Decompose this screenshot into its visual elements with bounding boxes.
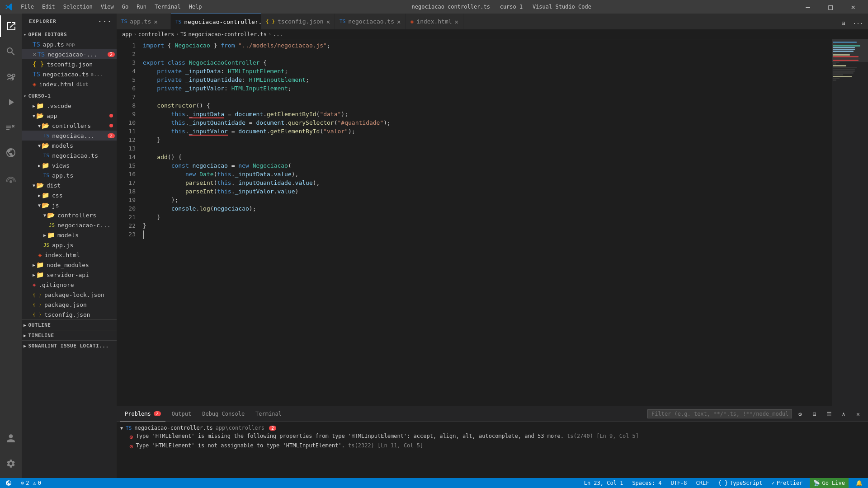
tab-close-icon[interactable]: ✕ xyxy=(455,18,458,25)
notifications-button[interactable]: 🔔 xyxy=(854,478,864,488)
ts-breadcrumb-icon: TS xyxy=(180,31,186,37)
breadcrumb-file[interactable]: negociacao-controller.ts xyxy=(188,31,266,38)
open-editor-index-html[interactable]: ◈ index.html dist xyxy=(22,79,117,89)
tab-app-ts[interactable]: TS app.ts ✕ xyxy=(117,14,171,29)
expand-icon[interactable]: ∧ xyxy=(837,408,850,420)
tree-negociacao-js[interactable]: JS negociacao-c... xyxy=(22,220,117,230)
maximize-button[interactable]: □ xyxy=(820,0,841,14)
close-file-icon[interactable]: ✕ xyxy=(33,51,36,58)
problem-item-1[interactable]: ⊗ Type 'HTMLElement' is missing the foll… xyxy=(120,432,864,441)
settings-activity-icon[interactable] xyxy=(0,453,22,474)
panel-tab-terminal[interactable]: Terminal xyxy=(251,406,286,422)
tree-js-controllers-folder[interactable]: ▼ 📂 controllers xyxy=(22,210,117,220)
tree-dist-folder[interactable]: ▼ 📂 dist xyxy=(22,180,117,190)
menu-go[interactable]: Go xyxy=(118,3,132,11)
filter-icon[interactable]: ⚙ xyxy=(794,408,807,420)
problem-file-header[interactable]: ▼ TS negociacao-controller.ts app\contro… xyxy=(120,424,864,432)
panel-tab-problems[interactable]: Problems 2 xyxy=(120,406,165,422)
menu-selection[interactable]: Selection xyxy=(60,3,96,11)
tree-negociacao-ts[interactable]: TS negociacao.ts xyxy=(22,150,117,160)
tree-controllers-folder[interactable]: ▼ 📂 controllers xyxy=(22,121,117,131)
menu-view[interactable]: View xyxy=(97,3,118,11)
menu-terminal[interactable]: Terminal xyxy=(151,3,184,11)
remote-icon[interactable] xyxy=(4,478,14,488)
minimize-button[interactable]: – xyxy=(797,0,818,14)
problem-item-2[interactable]: ⊗ Type 'HTMLElement' is not assignable t… xyxy=(120,441,864,451)
title-bar-menu[interactable]: File Edit Selection View Go Run Terminal… xyxy=(17,3,206,11)
tree-app-js[interactable]: JS app.js xyxy=(22,240,117,250)
source-control-activity-icon[interactable] xyxy=(0,66,22,88)
menu-help[interactable]: Help xyxy=(185,3,206,11)
open-editor-app-ts[interactable]: TS app.ts app xyxy=(22,39,117,49)
tree-js-models-folder[interactable]: ▶ 📁 models xyxy=(22,230,117,240)
tree-js-folder[interactable]: ▼ 📂 js xyxy=(22,200,117,210)
tab-close-icon[interactable]: ✕ xyxy=(154,18,157,25)
open-editor-negociacao-ts[interactable]: TS negociacao.ts a... xyxy=(22,69,117,79)
language-mode[interactable]: { } TypeScript xyxy=(716,478,764,488)
breadcrumb-controllers[interactable]: controllers xyxy=(138,31,174,38)
tab-negociacao-ts[interactable]: TS negociacao.ts ✕ xyxy=(335,14,406,29)
sidebar-more-icon[interactable]: ··· xyxy=(98,17,112,26)
tree-views-folder[interactable]: ▶ 📁 views xyxy=(22,160,117,170)
panel-tab-output[interactable]: Output xyxy=(167,406,196,422)
cursor-position[interactable]: Ln 23, Col 1 xyxy=(582,478,625,488)
sonarlint-section-header[interactable]: ▶ SonarLint Issue Locati... xyxy=(22,341,117,351)
tree-vscode-folder[interactable]: ▶ 📁 .vscode xyxy=(22,101,117,111)
problems-filter-input[interactable] xyxy=(647,409,792,418)
tree-css-folder[interactable]: ▶ 📁 css xyxy=(22,190,117,200)
tab-app-ts-label: app.ts xyxy=(130,18,151,25)
tree-node-modules[interactable]: ▶ 📁 node_modules xyxy=(22,260,117,270)
tree-servidor-api[interactable]: ▶ 📁 servidor-api xyxy=(22,270,117,280)
indentation[interactable]: Spaces: 4 xyxy=(630,478,663,488)
tree-tsconfig-json[interactable]: { } tsconfig.json xyxy=(22,310,117,319)
tab-negociacao-controller[interactable]: TS negociacao-controller.ts 2 ✕ xyxy=(171,14,261,29)
tab-close-icon[interactable]: ✕ xyxy=(326,18,330,25)
encoding[interactable]: UTF-8 xyxy=(669,478,689,488)
code-content[interactable]: import { Negociacao } from "../models/ne… xyxy=(139,39,832,406)
run-debug-activity-icon[interactable] xyxy=(0,91,22,113)
tree-negociacao-controller-ts[interactable]: TS negociaca... 2 xyxy=(22,131,117,141)
sonar-activity-icon[interactable] xyxy=(0,171,22,192)
prettier-button[interactable]: ✓ Prettier xyxy=(769,478,804,488)
tree-dist-index-html[interactable]: ◈ index.html xyxy=(22,250,117,260)
errors-button[interactable]: ⊗ 2 ⚠ 0 xyxy=(19,478,43,488)
remote-explorer-activity-icon[interactable] xyxy=(0,142,22,164)
tab-tsconfig-json[interactable]: { } tsconfig.json ✕ xyxy=(261,14,335,29)
split-editor-button[interactable]: ⊟ xyxy=(837,17,850,29)
sidebar-header: Explorer ··· xyxy=(22,14,117,29)
breadcrumb-symbol[interactable]: ... xyxy=(273,31,283,38)
more-actions-button[interactable]: ··· xyxy=(852,17,864,29)
line-ending[interactable]: CRLF xyxy=(694,478,711,488)
search-activity-icon[interactable] xyxy=(0,41,22,62)
curso1-section[interactable]: ▾ CURSO-1 xyxy=(22,91,117,101)
code-line: parseInt(this._inputValor.value) xyxy=(139,187,832,196)
tree-package-json[interactable]: { } package.json xyxy=(22,300,117,310)
panel-tab-debug-console[interactable]: Debug Console xyxy=(198,406,249,422)
accounts-activity-icon[interactable] xyxy=(0,427,22,449)
timeline-section-header[interactable]: ▶ Timeline xyxy=(22,330,117,340)
tab-close-icon[interactable]: ✕ xyxy=(397,18,401,25)
open-editor-negociacao-controller[interactable]: ✕ TS negociacao-... 2 xyxy=(22,49,117,59)
tree-app-ts[interactable]: TS app.ts xyxy=(22,170,117,180)
go-live-button[interactable]: 📡 Go Live xyxy=(810,478,849,488)
close-button[interactable]: ✕ xyxy=(843,0,863,14)
menu-file[interactable]: File xyxy=(17,3,38,11)
modified-dot-badge xyxy=(109,114,113,117)
tree-gitignore[interactable]: ◈ .gitignore xyxy=(22,280,117,290)
extensions-activity-icon[interactable] xyxy=(0,117,22,138)
explorer-activity-icon[interactable] xyxy=(0,15,22,37)
menu-run[interactable]: Run xyxy=(133,3,150,11)
tab-index-html[interactable]: ◈ index.html ✕ xyxy=(406,14,464,29)
tree-app-folder[interactable]: ▼ 📂 app xyxy=(22,111,117,121)
breadcrumb-app[interactable]: app xyxy=(122,31,132,38)
outline-section-header[interactable]: ▶ Outline xyxy=(22,320,117,330)
more-actions-icon[interactable]: ☰ xyxy=(823,408,835,420)
close-panel-icon[interactable]: ✕ xyxy=(852,408,864,420)
open-editors-section[interactable]: ▾ Open Editors xyxy=(22,29,117,39)
menu-edit[interactable]: Edit xyxy=(38,3,59,11)
tree-package-lock[interactable]: { } package-lock.json xyxy=(22,290,117,300)
tree-models-folder[interactable]: ▼ 📂 models xyxy=(22,141,117,150)
code-line: parseInt(this._inputQuantidade.value), xyxy=(139,178,832,187)
collapse-icon[interactable]: ⊟ xyxy=(808,408,821,420)
open-editor-tsconfig[interactable]: { } tsconfig.json xyxy=(22,59,117,69)
